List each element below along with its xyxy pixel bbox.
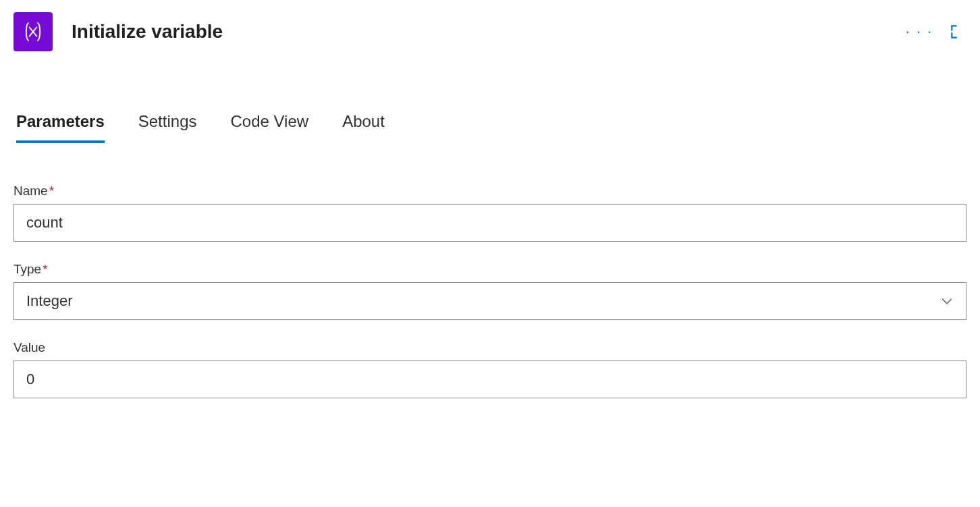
value-label: Value [13, 340, 967, 355]
tab-code-view[interactable]: Code View [230, 112, 308, 143]
more-button[interactable]: · · · [900, 22, 938, 42]
variable-icon [13, 12, 53, 51]
tabs: Parameters Settings Code View About [13, 112, 967, 143]
value-label-text: Value [13, 340, 45, 354]
type-label: Type* [13, 262, 967, 277]
name-label: Name* [13, 184, 967, 198]
required-marker: * [49, 184, 54, 198]
type-select-wrapper: Integer [13, 282, 967, 320]
type-select[interactable]: Integer [13, 282, 967, 320]
required-marker: * [43, 262, 47, 276]
action-header: Initialize variable · · · [13, 12, 967, 51]
tab-parameters[interactable]: Parameters [16, 112, 105, 143]
header-right: · · · [900, 22, 967, 42]
value-input[interactable] [13, 361, 967, 398]
form-group-value: Value [13, 340, 967, 398]
name-input[interactable] [13, 204, 967, 242]
type-label-text: Type [13, 262, 41, 276]
name-label-text: Name [13, 184, 48, 198]
form-group-name: Name* [13, 184, 967, 242]
tab-about[interactable]: About [342, 112, 385, 143]
tab-settings[interactable]: Settings [138, 112, 197, 143]
expand-icon[interactable] [949, 23, 967, 41]
header-left: Initialize variable [13, 12, 223, 51]
action-title: Initialize variable [72, 21, 223, 43]
form-group-type: Type* Integer [13, 262, 967, 320]
